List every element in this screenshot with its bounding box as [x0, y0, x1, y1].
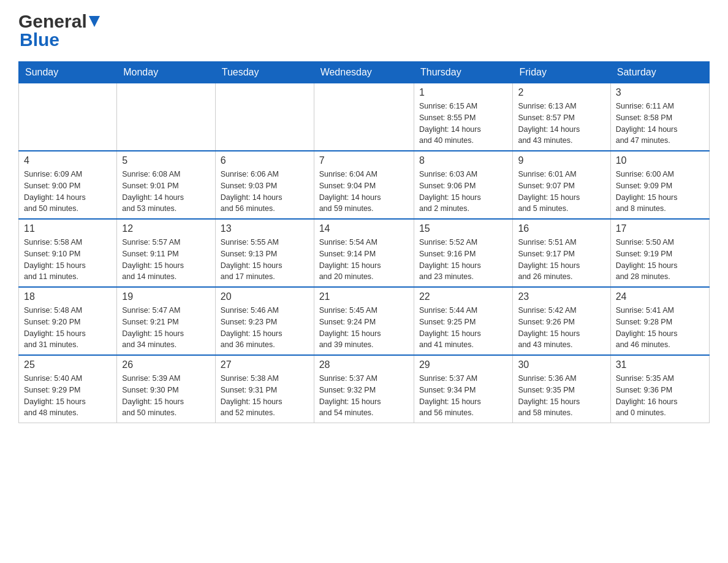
day-info: Sunrise: 6:15 AM Sunset: 8:55 PM Dayligh… [419, 101, 508, 147]
day-info: Sunrise: 5:52 AM Sunset: 9:16 PM Dayligh… [419, 237, 508, 283]
day-number: 2 [518, 87, 605, 98]
calendar-cell: 14Sunrise: 5:54 AM Sunset: 9:14 PM Dayli… [314, 219, 414, 287]
calendar-cell: 19Sunrise: 5:47 AM Sunset: 9:21 PM Dayli… [117, 287, 216, 355]
day-info: Sunrise: 6:01 AM Sunset: 9:07 PM Dayligh… [518, 169, 605, 215]
calendar-cell: 4Sunrise: 6:09 AM Sunset: 9:00 PM Daylig… [19, 151, 117, 219]
day-info: Sunrise: 5:35 AM Sunset: 9:36 PM Dayligh… [616, 373, 704, 419]
day-number: 5 [122, 155, 210, 166]
day-info: Sunrise: 5:39 AM Sunset: 9:30 PM Dayligh… [122, 373, 210, 419]
calendar-cell: 21Sunrise: 5:45 AM Sunset: 9:24 PM Dayli… [314, 287, 414, 355]
calendar-week-row: 25Sunrise: 5:40 AM Sunset: 9:29 PM Dayli… [19, 355, 710, 423]
day-info: Sunrise: 5:45 AM Sunset: 9:24 PM Dayligh… [319, 305, 409, 351]
page-header: General Blue [18, 12, 710, 49]
day-info: Sunrise: 6:04 AM Sunset: 9:04 PM Dayligh… [319, 169, 409, 215]
column-header-friday: Friday [513, 62, 610, 83]
day-number: 28 [319, 359, 409, 370]
day-number: 4 [24, 155, 112, 166]
calendar-cell: 11Sunrise: 5:58 AM Sunset: 9:10 PM Dayli… [19, 219, 117, 287]
day-number: 23 [518, 291, 605, 302]
day-info: Sunrise: 5:55 AM Sunset: 9:13 PM Dayligh… [221, 237, 309, 283]
day-info: Sunrise: 5:47 AM Sunset: 9:21 PM Dayligh… [122, 305, 210, 351]
day-number: 22 [419, 291, 508, 302]
calendar-cell: 13Sunrise: 5:55 AM Sunset: 9:13 PM Dayli… [215, 219, 314, 287]
day-info: Sunrise: 5:40 AM Sunset: 9:29 PM Dayligh… [24, 373, 112, 419]
column-header-tuesday: Tuesday [215, 62, 314, 83]
day-number: 31 [616, 359, 704, 370]
day-info: Sunrise: 6:08 AM Sunset: 9:01 PM Dayligh… [122, 169, 210, 215]
day-number: 1 [419, 87, 508, 98]
day-number: 20 [221, 291, 309, 302]
day-number: 7 [319, 155, 409, 166]
calendar-cell: 7Sunrise: 6:04 AM Sunset: 9:04 PM Daylig… [314, 151, 414, 219]
day-info: Sunrise: 6:03 AM Sunset: 9:06 PM Dayligh… [419, 169, 508, 215]
calendar-cell: 28Sunrise: 5:37 AM Sunset: 9:32 PM Dayli… [314, 355, 414, 423]
logo-blue-text: Blue [20, 31, 100, 49]
calendar-cell [117, 83, 216, 151]
day-info: Sunrise: 5:58 AM Sunset: 9:10 PM Dayligh… [24, 237, 112, 283]
calendar-cell [215, 83, 314, 151]
day-number: 3 [616, 87, 704, 98]
calendar-cell: 5Sunrise: 6:08 AM Sunset: 9:01 PM Daylig… [117, 151, 216, 219]
column-header-saturday: Saturday [610, 62, 709, 83]
day-info: Sunrise: 6:09 AM Sunset: 9:00 PM Dayligh… [24, 169, 112, 215]
day-info: Sunrise: 6:13 AM Sunset: 8:57 PM Dayligh… [518, 101, 605, 147]
day-info: Sunrise: 5:57 AM Sunset: 9:11 PM Dayligh… [122, 237, 210, 283]
calendar-cell: 3Sunrise: 6:11 AM Sunset: 8:58 PM Daylig… [610, 83, 709, 151]
day-number: 29 [419, 359, 508, 370]
calendar-cell: 1Sunrise: 6:15 AM Sunset: 8:55 PM Daylig… [414, 83, 513, 151]
day-info: Sunrise: 5:51 AM Sunset: 9:17 PM Dayligh… [518, 237, 605, 283]
logo-triangle-icon [89, 16, 100, 27]
calendar-cell [314, 83, 414, 151]
calendar-cell: 9Sunrise: 6:01 AM Sunset: 9:07 PM Daylig… [513, 151, 610, 219]
calendar-cell: 2Sunrise: 6:13 AM Sunset: 8:57 PM Daylig… [513, 83, 610, 151]
column-header-sunday: Sunday [19, 62, 117, 83]
calendar-cell: 10Sunrise: 6:00 AM Sunset: 9:09 PM Dayli… [610, 151, 709, 219]
column-header-thursday: Thursday [414, 62, 513, 83]
calendar-cell: 23Sunrise: 5:42 AM Sunset: 9:26 PM Dayli… [513, 287, 610, 355]
calendar-cell: 16Sunrise: 5:51 AM Sunset: 9:17 PM Dayli… [513, 219, 610, 287]
day-number: 30 [518, 359, 605, 370]
calendar-week-row: 1Sunrise: 6:15 AM Sunset: 8:55 PM Daylig… [19, 83, 710, 151]
svg-marker-0 [89, 16, 100, 27]
day-number: 19 [122, 291, 210, 302]
day-info: Sunrise: 5:38 AM Sunset: 9:31 PM Dayligh… [221, 373, 309, 419]
day-number: 9 [518, 155, 605, 166]
day-number: 15 [419, 223, 508, 234]
day-info: Sunrise: 5:50 AM Sunset: 9:19 PM Dayligh… [616, 237, 704, 283]
calendar-week-row: 18Sunrise: 5:48 AM Sunset: 9:20 PM Dayli… [19, 287, 710, 355]
calendar-table: SundayMondayTuesdayWednesdayThursdayFrid… [18, 61, 710, 423]
day-number: 27 [221, 359, 309, 370]
day-info: Sunrise: 5:42 AM Sunset: 9:26 PM Dayligh… [518, 305, 605, 351]
day-number: 24 [616, 291, 704, 302]
day-info: Sunrise: 5:37 AM Sunset: 9:34 PM Dayligh… [419, 373, 508, 419]
day-info: Sunrise: 5:41 AM Sunset: 9:28 PM Dayligh… [616, 305, 704, 351]
day-number: 25 [24, 359, 112, 370]
day-number: 16 [518, 223, 605, 234]
column-header-monday: Monday [117, 62, 216, 83]
day-info: Sunrise: 6:06 AM Sunset: 9:03 PM Dayligh… [221, 169, 309, 215]
calendar-cell: 24Sunrise: 5:41 AM Sunset: 9:28 PM Dayli… [610, 287, 709, 355]
calendar-cell: 31Sunrise: 5:35 AM Sunset: 9:36 PM Dayli… [610, 355, 709, 423]
logo: General Blue [18, 12, 100, 49]
calendar-cell: 12Sunrise: 5:57 AM Sunset: 9:11 PM Dayli… [117, 219, 216, 287]
day-info: Sunrise: 5:54 AM Sunset: 9:14 PM Dayligh… [319, 237, 409, 283]
day-number: 18 [24, 291, 112, 302]
logo-general-text: General [18, 12, 87, 31]
day-number: 12 [122, 223, 210, 234]
calendar-cell: 27Sunrise: 5:38 AM Sunset: 9:31 PM Dayli… [215, 355, 314, 423]
calendar-cell: 22Sunrise: 5:44 AM Sunset: 9:25 PM Dayli… [414, 287, 513, 355]
column-header-wednesday: Wednesday [314, 62, 414, 83]
calendar-header-row: SundayMondayTuesdayWednesdayThursdayFrid… [19, 62, 710, 83]
day-number: 17 [616, 223, 704, 234]
calendar-cell: 20Sunrise: 5:46 AM Sunset: 9:23 PM Dayli… [215, 287, 314, 355]
day-info: Sunrise: 5:36 AM Sunset: 9:35 PM Dayligh… [518, 373, 605, 419]
calendar-cell: 30Sunrise: 5:36 AM Sunset: 9:35 PM Dayli… [513, 355, 610, 423]
day-info: Sunrise: 5:37 AM Sunset: 9:32 PM Dayligh… [319, 373, 409, 419]
day-info: Sunrise: 5:48 AM Sunset: 9:20 PM Dayligh… [24, 305, 112, 351]
calendar-cell: 8Sunrise: 6:03 AM Sunset: 9:06 PM Daylig… [414, 151, 513, 219]
day-number: 8 [419, 155, 508, 166]
day-number: 21 [319, 291, 409, 302]
day-number: 6 [221, 155, 309, 166]
day-number: 26 [122, 359, 210, 370]
day-number: 10 [616, 155, 704, 166]
